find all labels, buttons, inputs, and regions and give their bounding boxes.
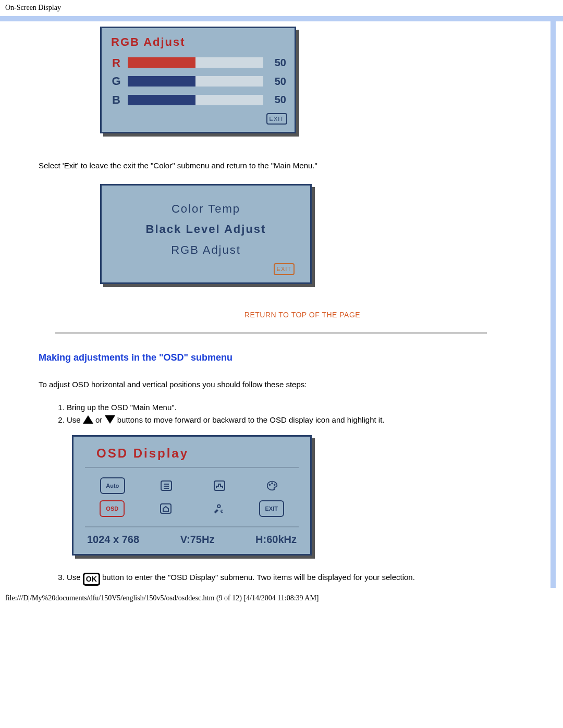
rgb-bar-b[interactable] [128,95,263,105]
rgb-row-r: R 50 [110,55,286,71]
vfreq-label: V:75Hz [180,533,215,547]
up-arrow-icon [83,415,93,424]
hfreq-label: H:60kHz [255,533,297,547]
rgb-bar-g[interactable] [128,76,263,87]
footer-path: file:///D|/My%20documents/dfu/150V5/engl… [0,588,563,606]
ok-button-icon: OK [83,573,100,586]
step-3-text-b: button to enter the "OSD Display" submen… [102,573,415,582]
step-1: Bring up the OSD "Main Menu". [67,402,504,413]
rgb-adjust-title: RGB Adjust [111,34,287,50]
intro-text: To adjust OSD horizontal and vertical po… [39,379,504,390]
step-3: Use OK button to enter the "OSD Display"… [67,572,504,586]
osd-icon-grid: Auto OSD [85,467,299,527]
right-stripe [550,21,556,588]
step-2-text-b: buttons to move forward or backward to t… [117,415,385,424]
signal-icon[interactable] [208,477,231,494]
rgb-label-g: G [110,73,123,89]
return-to-top-link[interactable]: RETURN TO TOP OF THE PAGE [70,310,535,320]
exit-button[interactable]: EXIT [274,263,295,275]
osd-icon[interactable]: OSD [100,500,125,517]
svg-point-7 [274,484,275,485]
step-2-or: or [95,415,105,424]
osd-display-title: OSD Display [96,445,299,462]
right-margin [556,21,563,588]
palette-icon[interactable] [261,477,284,494]
home-icon[interactable] [154,500,177,517]
status-row: 1024 x 768 V:75Hz H:60kHz [85,533,299,547]
rgb-value-r: 50 [268,56,286,70]
color-submenu-panel: Color Temp Black Level Adjust RGB Adjust… [100,184,312,284]
menu-item-black-level[interactable]: Black Level Adjust [117,221,295,237]
list-icon[interactable] [155,477,178,494]
rgb-label-b: B [110,92,123,108]
resolution-label: 1024 x 768 [87,533,139,547]
top-band [0,16,563,21]
steps-list: Bring up the OSD "Main Menu". Use or but… [54,402,504,586]
rgb-value-b: 50 [268,93,286,107]
auto-icon[interactable]: Auto [100,477,125,494]
rgb-value-g: 50 [268,75,286,89]
step-2-text-a: Use [67,415,83,424]
svg-text:€: € [221,509,223,514]
osd-display-panel: OSD Display Auto [72,435,312,556]
svg-point-6 [272,483,273,484]
rgb-row-b: B 50 [110,92,286,108]
rgb-bar-r[interactable] [128,57,263,68]
rgb-adjust-panel: RGB Adjust R 50 G 50 B 50 EXIT [100,27,296,134]
step-2: Use or buttons to move forward or backwa… [67,415,504,570]
left-margin [0,21,18,588]
svg-point-5 [270,484,271,485]
exit-instruction-text: Select 'Exit' to leave the exit the "Col… [39,161,504,171]
rgb-row-g: G 50 [110,73,286,89]
exit-button[interactable]: EXIT [266,113,287,125]
content-area: RGB Adjust R 50 G 50 B 50 EXIT Select 'E… [18,21,550,588]
section-divider [55,332,487,334]
menu-item-rgb-adjust[interactable]: RGB Adjust [117,242,295,258]
section-heading: Making adjustments in the "OSD" submenu [39,351,535,364]
tools-icon[interactable]: € [206,500,229,517]
rgb-label-r: R [110,55,123,71]
step-3-text-a: Use [67,573,83,582]
page-header: On-Screen Display [0,0,563,13]
down-arrow-icon [105,415,115,424]
exit-icon[interactable]: EXIT [259,500,284,517]
svg-rect-8 [161,504,171,513]
svg-point-9 [217,505,221,508]
menu-item-color-temp[interactable]: Color Temp [117,201,295,217]
